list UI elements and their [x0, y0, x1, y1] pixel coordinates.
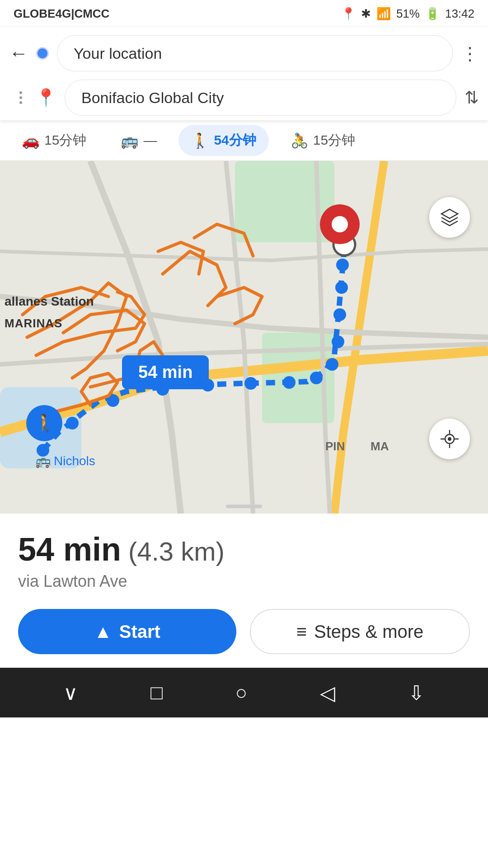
signal-icon: 📶: [376, 7, 391, 21]
layer-icon: [440, 208, 460, 227]
status-icons: 📍 ✱ 📶 51% 🔋 13:42: [341, 7, 474, 21]
car-tab-label: 15分钟: [44, 131, 86, 150]
tab-car[interactable]: 🚗 15分钟: [9, 125, 99, 156]
battery-icon: 🔋: [425, 7, 440, 21]
duration-badge: 54 min: [122, 355, 209, 389]
car-icon: 🚗: [22, 132, 40, 149]
route-distance: (4.3 km): [128, 537, 225, 566]
svg-point-5: [66, 417, 79, 429]
map-background[interactable]: allanes Station MARINAS PIN MA 54 min: [0, 161, 488, 514]
map-drag-handle[interactable]: [226, 505, 262, 508]
transport-tabs: 🚗 15分钟 🚌 — 🚶 54分钟 🚴 15分钟: [0, 120, 488, 161]
more-button[interactable]: ⋮: [461, 43, 479, 64]
transit-tab-label: —: [143, 133, 157, 148]
nav-triangle-icon[interactable]: ◁: [320, 681, 335, 704]
steps-label: Steps & more: [314, 622, 423, 642]
nichols-label: Nichols: [54, 454, 95, 468]
destination-row: 📍 ⇅: [9, 80, 479, 116]
bike-icon: 🚴: [291, 132, 309, 149]
layer-button[interactable]: [429, 197, 470, 238]
nav-bar: ∨ □ ○ ◁ ⇩: [0, 668, 488, 717]
steps-button[interactable]: ≡ Steps & more: [250, 609, 470, 654]
carrier-label: GLOBE4G|CMCC: [14, 7, 109, 21]
svg-point-31: [448, 437, 451, 441]
svg-text:allanes Station: allanes Station: [5, 294, 94, 308]
swap-button[interactable]: ⇅: [465, 88, 479, 108]
transit-icon: 🚌: [121, 132, 139, 149]
nav-down-icon[interactable]: ∨: [63, 681, 78, 704]
back-button[interactable]: ←: [9, 42, 28, 64]
svg-marker-25: [441, 209, 458, 218]
tab-transit[interactable]: 🚌 —: [108, 126, 169, 156]
svg-point-14: [333, 308, 346, 321]
locate-icon: [440, 429, 460, 449]
time-label: 13:42: [445, 7, 474, 21]
route-duration: 54 min: [18, 532, 121, 567]
nav-circle-icon[interactable]: ○: [235, 681, 247, 704]
svg-point-15: [335, 281, 348, 294]
nav-square-icon[interactable]: □: [150, 681, 163, 704]
svg-point-10: [283, 376, 296, 389]
walk-icon: 🚶: [191, 132, 209, 149]
svg-text:MA: MA: [371, 439, 389, 453]
svg-point-9: [244, 377, 257, 390]
walk-marker: 🚶: [26, 405, 62, 441]
start-icon: ▲: [94, 622, 112, 642]
bottom-panel: 54 min (4.3 km) via Lawton Ave ▲ Start ≡…: [0, 514, 488, 668]
svg-point-13: [332, 335, 344, 348]
tab-bike[interactable]: 🚴 15分钟: [278, 125, 368, 156]
svg-text:MARINAS: MARINAS: [5, 316, 62, 330]
start-label: Start: [119, 622, 160, 642]
status-bar: GLOBE4G|CMCC 📍 ✱ 📶 51% 🔋 13:42: [0, 0, 488, 27]
start-button[interactable]: ▲ Start: [18, 609, 236, 654]
battery-label: 51%: [396, 7, 420, 21]
svg-point-16: [336, 259, 349, 271]
svg-point-20: [332, 216, 348, 232]
route-dots: [14, 91, 27, 104]
svg-point-12: [326, 358, 338, 371]
action-row: ▲ Start ≡ Steps & more: [18, 609, 470, 654]
svg-text:PIN: PIN: [325, 439, 345, 453]
bluetooth-icon: ✱: [361, 7, 371, 21]
location-icon: 📍: [341, 7, 356, 21]
route-via: via Lawton Ave: [18, 572, 470, 591]
bike-tab-label: 15分钟: [313, 131, 355, 150]
nav-menu-icon[interactable]: ⇩: [408, 681, 425, 704]
origin-row: ← ⋮: [9, 35, 479, 71]
map-area: allanes Station MARINAS PIN MA 54 min: [0, 161, 488, 514]
origin-input[interactable]: [57, 35, 453, 71]
origin-dot-icon: [36, 47, 49, 60]
walk-tab-label: 54分钟: [214, 131, 256, 150]
header: ← ⋮ 📍 ⇅: [0, 27, 488, 120]
bus-marker: 🚌 Nichols: [35, 453, 95, 468]
locate-button[interactable]: [429, 419, 470, 459]
route-time-row: 54 min (4.3 km): [18, 532, 470, 567]
steps-icon: ≡: [296, 622, 307, 642]
bus-icon: 🚌: [35, 453, 51, 468]
destination-input[interactable]: [65, 80, 456, 116]
destination-pin-icon: 📍: [35, 88, 56, 108]
tab-walk[interactable]: 🚶 54分钟: [178, 125, 268, 156]
svg-point-11: [310, 372, 323, 384]
